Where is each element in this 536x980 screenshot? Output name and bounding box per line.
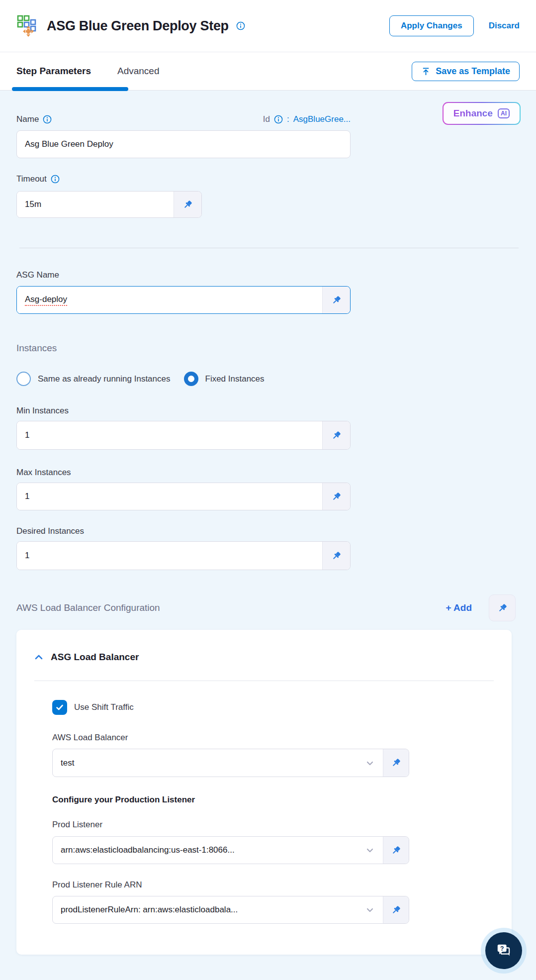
lb-config-pin-toggle[interactable] [489, 594, 516, 621]
production-listener-heading: Configure your Production Listener [52, 795, 409, 805]
prod-listener-select[interactable]: arn:aws:elasticloadbalancing:us-east-1:8… [53, 837, 383, 864]
name-input[interactable] [16, 130, 351, 158]
pin-icon [331, 550, 342, 562]
pin-icon [390, 904, 402, 916]
asg-name-pin-toggle[interactable] [322, 287, 350, 313]
chat-help-icon: ? [494, 941, 514, 961]
svg-text:?: ? [500, 945, 504, 952]
section-divider [19, 248, 519, 248]
min-instances-input[interactable] [17, 421, 322, 449]
aws-load-balancer-select[interactable]: test [53, 749, 383, 777]
prod-listener-label: Prod Listener [52, 820, 102, 830]
max-instances-field-group [16, 483, 351, 510]
panel-divider [34, 681, 494, 681]
aws-load-balancer-field-group: test [52, 749, 409, 777]
add-load-balancer-button[interactable]: + Add [446, 602, 472, 613]
timeout-pin-toggle[interactable] [174, 192, 201, 217]
pin-icon [331, 491, 342, 502]
enhance-label: Enhance [453, 108, 493, 119]
step-config-panel: ASG Blue Green Deploy Step Apply Changes… [0, 0, 536, 980]
info-icon[interactable] [236, 21, 245, 30]
asg-name-field-group: Asg-deploy [16, 286, 351, 314]
prod-listener-rule-field-group: prodListenerRuleArn: arn:aws:elasticload… [52, 896, 409, 924]
chevron-up-icon [34, 654, 43, 661]
chevron-down-icon [365, 845, 375, 855]
desired-instances-pin-toggle[interactable] [322, 542, 350, 570]
use-shift-traffic-label[interactable]: Use Shift Traffic [74, 702, 134, 712]
save-as-template-button[interactable]: Save as Template [412, 62, 520, 81]
step-parameters-form: Enhance AI Name Id [0, 91, 536, 955]
asg-load-balancer-collapse-toggle[interactable]: ASG Load Balancer [34, 652, 494, 663]
prod-listener-pin-toggle[interactable] [383, 837, 409, 864]
max-instances-label: Max Instances [16, 468, 71, 478]
min-instances-field-group [16, 421, 351, 450]
aws-load-balancer-label: AWS Load Balancer [52, 733, 128, 743]
id-separator: : [287, 114, 289, 124]
pin-icon [331, 294, 342, 306]
max-instances-pin-toggle[interactable] [322, 483, 350, 510]
radio-same-as-running[interactable] [16, 372, 31, 386]
pin-icon [390, 757, 402, 769]
timeout-field-group [16, 191, 202, 218]
prod-listener-rule-label: Prod Listener Rule ARN [52, 880, 142, 890]
use-shift-traffic-checkbox[interactable] [52, 700, 67, 715]
ai-badge: AI [498, 108, 510, 118]
info-icon[interactable] [43, 115, 52, 124]
pin-icon [331, 430, 342, 441]
prod-listener-rule-select[interactable]: prodListenerRuleArn: arn:aws:elasticload… [53, 896, 383, 923]
instances-heading: Instances [16, 343, 351, 354]
info-icon[interactable] [274, 115, 283, 124]
min-instances-label: Min Instances [16, 406, 69, 416]
enhance-ai-button[interactable]: Enhance AI [443, 102, 521, 125]
asg-name-input[interactable]: Asg-deploy [17, 287, 322, 313]
id-label: Id [263, 114, 270, 124]
tab-advanced[interactable]: Advanced [117, 66, 160, 77]
id-value: AsgBlueGree... [293, 114, 351, 124]
lb-config-heading: AWS Load Balancer Configuration [16, 602, 446, 613]
min-instances-pin-toggle[interactable] [322, 421, 350, 449]
discard-button[interactable]: Discard [489, 21, 520, 31]
asg-step-icon [16, 14, 39, 37]
pin-icon [182, 199, 193, 210]
timeout-input[interactable] [17, 192, 174, 217]
apply-changes-button[interactable]: Apply Changes [389, 15, 474, 36]
max-instances-input[interactable] [17, 483, 322, 510]
pin-icon [390, 845, 402, 856]
aws-load-balancer-pin-toggle[interactable] [383, 749, 409, 777]
tab-step-parameters[interactable]: Step Parameters [16, 66, 91, 77]
help-chat-button[interactable]: ? [485, 932, 522, 969]
lb-config-header: AWS Load Balancer Configuration + Add [16, 594, 516, 621]
chevron-down-icon [365, 905, 375, 915]
check-icon [55, 703, 64, 712]
chevron-down-icon [365, 758, 375, 768]
name-label: Name [16, 114, 39, 124]
radio-same-as-running-label[interactable]: Same as already running Instances [38, 374, 171, 384]
desired-instances-field-group [16, 541, 351, 570]
instances-radio-group: Same as already running Instances Fixed … [16, 372, 351, 386]
info-icon[interactable] [51, 175, 60, 184]
asg-name-label: ASG Name [16, 270, 59, 280]
desired-instances-input[interactable] [17, 542, 322, 570]
radio-fixed-instances[interactable] [184, 372, 198, 386]
radio-fixed-instances-label[interactable]: Fixed Instances [205, 374, 265, 384]
upload-icon [421, 67, 431, 76]
page-title: ASG Blue Green Deploy Step [47, 18, 229, 34]
panel-title: ASG Load Balancer [51, 652, 139, 663]
pin-icon [497, 602, 508, 614]
header: ASG Blue Green Deploy Step Apply Changes… [0, 0, 536, 52]
prod-listener-rule-pin-toggle[interactable] [383, 896, 409, 923]
asg-load-balancer-card: ASG Load Balancer Use Shift Traffic AWS … [16, 630, 512, 955]
timeout-label: Timeout [16, 174, 47, 184]
prod-listener-field-group: arn:aws:elasticloadbalancing:us-east-1:8… [52, 836, 409, 864]
desired-instances-label: Desired Instances [16, 526, 84, 536]
tab-bar: Step Parameters Advanced Save as Templat… [0, 52, 536, 91]
